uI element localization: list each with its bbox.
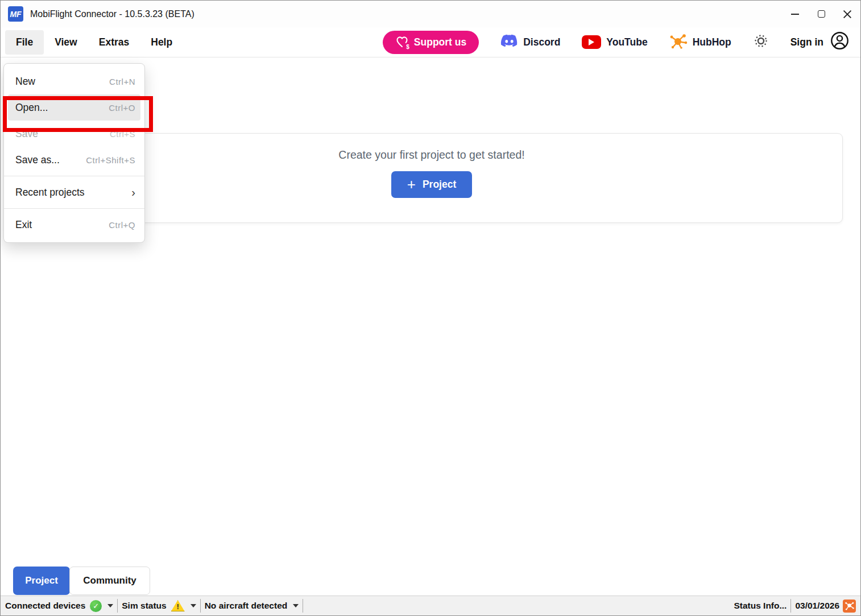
connected-devices-status[interactable]: Connected devices ✓ xyxy=(5,600,113,612)
menu-item-save: Save Ctrl+S xyxy=(4,121,144,147)
titlebar: MF MobiFlight Connector - 10.5.3.23 (BET… xyxy=(1,1,860,27)
menu-item-shortcut: Ctrl+N xyxy=(109,77,135,86)
tab-project[interactable]: Project xyxy=(13,567,70,595)
aircraft-status[interactable]: No aircraft detected xyxy=(205,601,299,611)
menu-file[interactable]: File xyxy=(5,30,44,55)
youtube-label: YouTube xyxy=(606,36,647,48)
statusbar-separator xyxy=(117,599,118,613)
menu-help[interactable]: Help xyxy=(140,30,183,55)
menu-item-save-as[interactable]: Save as... Ctrl+Shift+S xyxy=(4,147,144,173)
menu-item-label: Save as... xyxy=(15,154,60,166)
dropdown-arrow-icon xyxy=(191,604,196,607)
menu-item-shortcut: Ctrl+Shift+S xyxy=(86,155,135,165)
sim-status[interactable]: Sim status ! xyxy=(122,600,196,611)
menu-item-open[interactable]: Open... Ctrl+O xyxy=(8,94,140,121)
status-info-link[interactable]: Status Info... xyxy=(734,601,787,611)
empty-state-message: Create your first project to get started… xyxy=(338,148,524,162)
menu-item-exit[interactable]: Exit Ctrl+Q xyxy=(4,212,144,238)
hubhop-link[interactable]: HubHop xyxy=(669,33,731,52)
hubhop-orange-icon xyxy=(843,600,856,613)
heart-dollar-icon: $ xyxy=(395,35,409,49)
menu-item-shortcut: Ctrl+S xyxy=(110,129,135,139)
minimize-icon xyxy=(791,14,799,15)
sign-in-button[interactable]: Sign in xyxy=(790,31,849,53)
hubhop-icon xyxy=(669,33,688,52)
sim-status-label: Sim status xyxy=(122,601,166,611)
chevron-right-icon: › xyxy=(131,187,135,198)
maximize-button[interactable] xyxy=(808,1,834,27)
create-project-label: Project xyxy=(423,179,456,191)
tab-community[interactable]: Community xyxy=(69,567,150,595)
menu-extras[interactable]: Extras xyxy=(88,30,140,55)
menu-item-label: Exit xyxy=(15,219,32,231)
menu-view[interactable]: View xyxy=(44,30,88,55)
menu-item-label: Open... xyxy=(15,102,48,114)
discord-icon xyxy=(500,34,518,51)
close-button[interactable] xyxy=(834,1,860,27)
account-avatar-icon xyxy=(830,31,849,53)
create-project-button[interactable]: + Project xyxy=(391,171,472,198)
statusbar-right: Status Info... 03/01/2026 xyxy=(734,599,856,613)
menu-separator xyxy=(4,208,144,209)
youtube-link[interactable]: YouTube xyxy=(582,35,647,49)
menubar: File View Extras Help $ Support us Disco… xyxy=(1,27,860,57)
discord-link[interactable]: Discord xyxy=(500,34,560,51)
discord-label: Discord xyxy=(523,36,560,48)
menu-item-new[interactable]: New Ctrl+N xyxy=(4,68,144,94)
statusbar-separator xyxy=(200,599,201,613)
youtube-icon xyxy=(582,35,601,49)
menu-item-shortcut: Ctrl+O xyxy=(109,103,135,113)
dropdown-arrow-icon xyxy=(293,604,299,607)
maximize-icon xyxy=(818,10,825,18)
status-date: 03/01/2026 xyxy=(795,601,839,611)
menu-item-label: Recent projects xyxy=(15,187,85,199)
bottom-tabs: Project Community xyxy=(13,567,150,595)
check-circle-icon: ✓ xyxy=(90,600,102,612)
hubhop-label: HubHop xyxy=(693,36,731,48)
menu-item-recent-projects[interactable]: Recent projects › xyxy=(4,179,144,205)
mobiflight-logo-icon: MF xyxy=(8,6,23,22)
menu-item-label: Save xyxy=(15,128,38,140)
warning-icon: ! xyxy=(171,600,185,611)
minimize-button[interactable] xyxy=(782,1,808,27)
close-icon xyxy=(843,10,852,19)
file-dropdown-menu: New Ctrl+N Open... Ctrl+O Save Ctrl+S Sa… xyxy=(3,63,145,243)
menu-item-shortcut: Ctrl+Q xyxy=(109,220,135,230)
statusbar-separator xyxy=(303,599,303,613)
statusbar-separator xyxy=(790,599,791,613)
aircraft-status-label: No aircraft detected xyxy=(205,601,288,611)
app-window: MF MobiFlight Connector - 10.5.3.23 (BET… xyxy=(0,0,861,616)
window-controls xyxy=(782,1,860,27)
theme-toggle-button[interactable] xyxy=(753,33,769,51)
support-us-label: Support us xyxy=(414,36,466,48)
support-us-button[interactable]: $ Support us xyxy=(383,31,479,54)
dropdown-arrow-icon xyxy=(107,604,113,607)
statusbar: Connected devices ✓ Sim status ! No airc… xyxy=(1,596,860,615)
window-title: MobiFlight Connector - 10.5.3.23 (BETA) xyxy=(30,9,194,19)
connected-devices-label: Connected devices xyxy=(5,601,85,611)
sun-icon xyxy=(753,41,769,51)
menu-item-label: New xyxy=(15,76,35,88)
sign-in-label: Sign in xyxy=(790,36,823,48)
plus-icon: + xyxy=(407,177,416,192)
menu-separator xyxy=(4,176,144,176)
menubar-right-links: $ Support us Discord YouTube xyxy=(383,31,849,54)
